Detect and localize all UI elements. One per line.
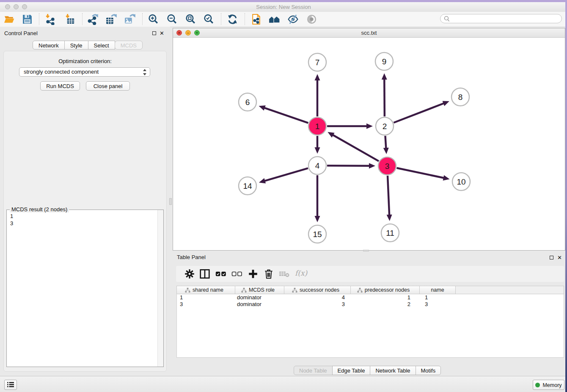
table-header-filler	[456, 286, 564, 294]
graph-node-label: 3	[385, 162, 390, 171]
refresh-view-icon[interactable]	[227, 14, 238, 25]
float-table-panel-icon[interactable]	[550, 256, 553, 259]
memory-button[interactable]: Memory	[533, 380, 564, 390]
table-row[interactable]: 1 dominator 4 1 1	[177, 294, 564, 301]
tab-network[interactable]: Network	[33, 41, 65, 50]
tab-node-table[interactable]: Node Table	[294, 366, 333, 375]
tab-select[interactable]: Select	[88, 41, 115, 50]
table-toolbar: f(x)	[176, 266, 564, 282]
create-column-plus-icon[interactable]	[248, 268, 259, 279]
first-neighbors-icon[interactable]	[269, 14, 280, 25]
tab-network-table[interactable]: Network Table	[370, 366, 416, 375]
graph-edge-2-9[interactable]	[384, 79, 385, 116]
network-zoom-button[interactable]: +	[194, 30, 200, 36]
column-header-successor-nodes[interactable]: successor nodes	[284, 286, 351, 294]
memory-button-label: Memory	[542, 382, 561, 388]
graph-edge-arrowhead	[259, 178, 266, 183]
graph-edge-arrowhead	[382, 73, 387, 80]
zoom-out-icon[interactable]	[166, 14, 178, 25]
tab-style[interactable]: Style	[64, 41, 88, 50]
hide-selected-icon[interactable]	[287, 14, 299, 25]
graph-edge-arrowhead	[315, 216, 320, 222]
graph-edge-arrowhead	[259, 105, 265, 110]
network-minimize-button[interactable]: −	[185, 30, 191, 36]
open-session-icon[interactable]	[4, 14, 15, 25]
table-panel: Table Panel ✕ f(x) shared name	[171, 251, 565, 376]
network-canvas[interactable]: 1234678910111415	[173, 38, 565, 250]
graph-edge-3-1[interactable]	[333, 135, 379, 161]
control-panel: Control Panel ✕ Network Style Select MCD…	[0, 27, 170, 376]
graph-edge-2-8[interactable]	[394, 103, 444, 123]
graph-edge-2-3[interactable]	[385, 136, 386, 149]
window-zoom-button[interactable]	[22, 4, 27, 9]
network-graph[interactable]: 1234678910111415	[173, 38, 565, 250]
zoom-in-icon[interactable]	[148, 14, 159, 25]
memory-status-dot-icon	[535, 383, 540, 387]
graph-node-label: 6	[245, 98, 250, 107]
network-close-button[interactable]: ✕	[176, 30, 182, 36]
graph-node-label: 11	[386, 229, 394, 237]
window-title: Session: New Session	[0, 2, 567, 12]
delete-column-trash-icon[interactable]	[263, 268, 274, 279]
close-panel-button[interactable]: Close panel	[86, 81, 130, 91]
graph-edge-arrowhead	[369, 163, 375, 168]
search-box[interactable]	[440, 14, 562, 23]
toolbar-separator	[82, 13, 83, 25]
table-header-row: shared name MCDS role successor nodes pr…	[176, 286, 564, 294]
save-session-icon[interactable]	[22, 14, 33, 25]
task-history-button[interactable]	[4, 380, 17, 390]
search-input[interactable]	[451, 15, 559, 23]
export-table-icon[interactable]	[105, 14, 117, 25]
mcds-result-item: 3	[10, 220, 13, 227]
float-panel-icon[interactable]	[152, 31, 156, 35]
tab-edge-table[interactable]: Edge Table	[332, 366, 371, 375]
window-close-button[interactable]	[5, 4, 10, 9]
zoom-selected-icon[interactable]	[203, 14, 215, 25]
criterion-dropdown[interactable]: strongly connected component	[19, 67, 150, 77]
graph-edge-arrowhead	[387, 215, 392, 221]
graph-edge-4-3[interactable]	[327, 166, 370, 166]
graph-node-label: 10	[457, 177, 465, 186]
control-panel-title: Control Panel	[4, 30, 38, 36]
window-minimize-button[interactable]	[14, 4, 19, 9]
import-network-icon[interactable]	[44, 14, 56, 25]
table-settings-gear-icon[interactable]	[184, 268, 195, 279]
graph-edge-arrowhead	[383, 148, 389, 154]
graph-node-label: 4	[315, 161, 320, 170]
graph-edge-4-14[interactable]	[264, 168, 308, 181]
split-divider-handle[interactable]	[169, 198, 172, 205]
tab-mcds[interactable]: MCDS	[115, 41, 143, 50]
column-header-mcds-role[interactable]: MCDS role	[235, 286, 284, 294]
network-window-titlebar: ✕ − + scc.txt	[173, 28, 565, 38]
new-network-from-selection-icon[interactable]	[250, 14, 262, 25]
unselect-all-columns-icon[interactable]	[231, 268, 242, 279]
tab-motifs[interactable]: Motifs	[416, 366, 441, 375]
column-header-name[interactable]: name	[420, 286, 456, 294]
table-body[interactable]: 1 dominator 4 1 1 3 dominator 3 2 3	[176, 294, 564, 358]
show-all-icon	[306, 14, 317, 25]
column-header-shared-name[interactable]: shared name	[176, 286, 235, 294]
graph-edge-arrowhead	[315, 147, 320, 154]
run-mcds-button[interactable]: Run MCDS	[40, 81, 80, 91]
main-titlebar: Session: New Session	[0, 2, 567, 12]
select-all-columns-icon[interactable]	[215, 268, 226, 279]
mcds-result-list: 1 3	[10, 213, 13, 227]
close-table-panel-icon[interactable]: ✕	[557, 255, 562, 260]
import-table-icon[interactable]	[64, 14, 76, 25]
export-image-icon[interactable]	[124, 14, 135, 25]
graph-edge-1-6[interactable]	[264, 108, 308, 123]
zoom-fit-icon[interactable]	[185, 14, 196, 25]
graph-edge-3-10[interactable]	[397, 168, 444, 178]
close-panel-icon[interactable]: ✕	[160, 30, 164, 36]
show-column-panel-icon[interactable]	[199, 268, 210, 279]
graph-edge-3-11[interactable]	[388, 176, 389, 215]
toolbar-separator	[39, 13, 39, 25]
export-network-icon[interactable]	[87, 14, 99, 25]
graph-node-label: 2	[383, 122, 387, 131]
graph-edge-arrowhead	[315, 74, 320, 80]
result-scrollbar[interactable]	[157, 210, 163, 367]
table-row[interactable]: 3 dominator 3 2 3	[177, 301, 564, 308]
graph-edge-arrowhead	[443, 101, 449, 106]
graph-node-label: 8	[458, 93, 463, 102]
column-header-predecessor-nodes[interactable]: predecessor nodes	[351, 286, 420, 294]
